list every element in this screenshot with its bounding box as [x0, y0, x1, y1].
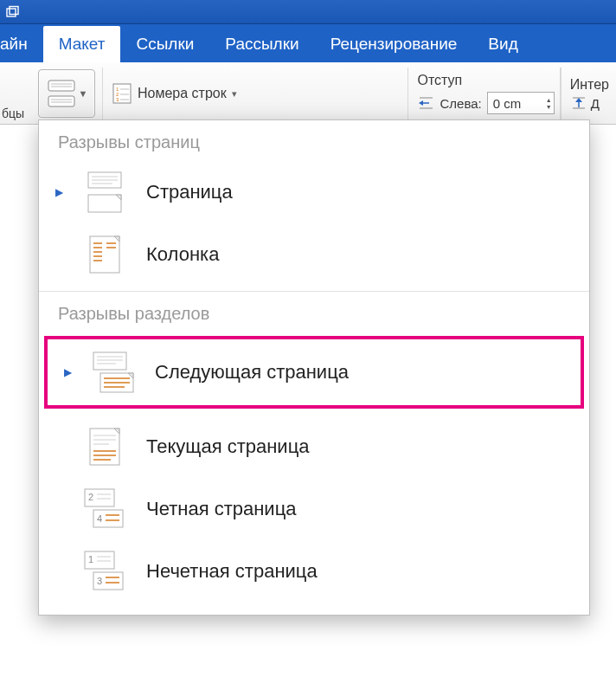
indent-left-value: 0 cm	[493, 96, 522, 111]
svg-rect-29	[90, 236, 119, 273]
tab-layout[interactable]: Макет	[43, 26, 121, 62]
chevron-down-icon: ▼	[79, 88, 88, 99]
odd-page-break-icon: 1 3	[80, 549, 129, 594]
continuous-break-icon	[80, 424, 129, 469]
chevron-down-icon: ▾	[232, 88, 237, 100]
svg-rect-38	[93, 352, 126, 370]
svg-rect-27	[88, 195, 121, 212]
active-marker-icon: ▶	[63, 366, 72, 378]
svg-text:2: 2	[88, 492, 93, 502]
breaks-icon	[46, 78, 77, 109]
menu-item-label: Страница	[146, 181, 233, 203]
svg-rect-1	[10, 7, 18, 15]
menu-item-label: Следующая страница	[155, 361, 349, 384]
spacing-header: Интер	[570, 77, 609, 93]
spinner-arrows[interactable]: ▲▼	[546, 97, 552, 110]
indent-header: Отступ	[417, 73, 554, 88]
dropdown-section-page-breaks: Разрывы страниц	[39, 120, 589, 161]
svg-text:3: 3	[97, 576, 102, 586]
line-numbers-icon: 1 2 3	[110, 82, 132, 105]
title-bar	[0, 0, 616, 24]
svg-rect-3	[48, 96, 74, 106]
ribbon-group-spacing: Интер Д	[561, 68, 616, 119]
tab-mailings[interactable]: Рассылки	[209, 26, 314, 62]
menu-item-label: Текущая страница	[146, 435, 310, 458]
next-page-break-icon	[89, 350, 138, 395]
line-numbers-label: Номера строк	[138, 86, 227, 101]
menu-item-continuous[interactable]: Текущая страница	[39, 416, 589, 478]
menu-item-odd-page[interactable]: 1 3 Нечетная страница	[39, 540, 589, 603]
ribbon-group-line-numbers: 1 2 3 Номера строк ▾	[103, 68, 244, 119]
svg-marker-15	[419, 100, 423, 106]
tab-references[interactable]: Ссылки	[120, 26, 209, 62]
menu-item-even-page[interactable]: 2 4 Четная страница	[39, 478, 589, 540]
svg-text:1: 1	[88, 554, 93, 564]
columns-label-partial: бцы	[0, 106, 24, 120]
highlight-annotation: ▶ Следующая страница	[44, 336, 584, 409]
tab-view[interactable]: Вид	[472, 26, 533, 62]
breaks-dropdown-button[interactable]: ▼	[38, 69, 95, 118]
ribbon-group-indent: Отступ Слева: 0 cm ▲▼	[407, 68, 560, 119]
window-restore-button[interactable]	[0, 3, 24, 22]
svg-rect-2	[48, 81, 74, 91]
menu-item-label: Нечетная страница	[146, 560, 318, 583]
menu-item-page-break[interactable]: ▶ Страница	[39, 161, 589, 223]
active-marker-icon: ▶	[55, 186, 63, 198]
column-break-icon	[80, 232, 129, 277]
tab-review[interactable]: Рецензирование	[315, 26, 473, 62]
page-break-icon	[80, 170, 129, 215]
svg-rect-0	[7, 9, 16, 16]
menu-item-label: Четная страница	[146, 498, 296, 520]
spacing-before-label-partial: Д	[591, 96, 600, 111]
indent-left-label: Слева:	[440, 96, 481, 111]
line-numbers-button[interactable]: 1 2 3 Номера строк ▾	[110, 82, 237, 105]
tab-design[interactable]: айн	[0, 26, 43, 62]
menu-item-label: Колонка	[146, 243, 219, 266]
spacing-before-icon	[570, 96, 587, 110]
menu-item-next-page[interactable]: ▶ Следующая страница	[48, 341, 581, 403]
ribbon: бцы ▼ 1 2 3 Номера строк ▾	[0, 62, 616, 125]
svg-marker-19	[575, 98, 582, 102]
indent-left-input[interactable]: 0 cm ▲▼	[487, 92, 555, 114]
document-area: Разрывы страниц ▶ Страница	[0, 125, 616, 677]
svg-text:4: 4	[97, 513, 102, 524]
dropdown-section-section-breaks: Разрывы разделов	[39, 292, 589, 332]
even-page-break-icon: 2 4	[80, 487, 129, 532]
indent-left-icon	[417, 96, 434, 110]
menu-item-column-break[interactable]: Колонка	[39, 223, 589, 286]
breaks-dropdown-menu: Разрывы страниц ▶ Страница	[38, 119, 590, 616]
ribbon-tabs: айн Макет Ссылки Рассылки Рецензирование…	[0, 24, 616, 62]
